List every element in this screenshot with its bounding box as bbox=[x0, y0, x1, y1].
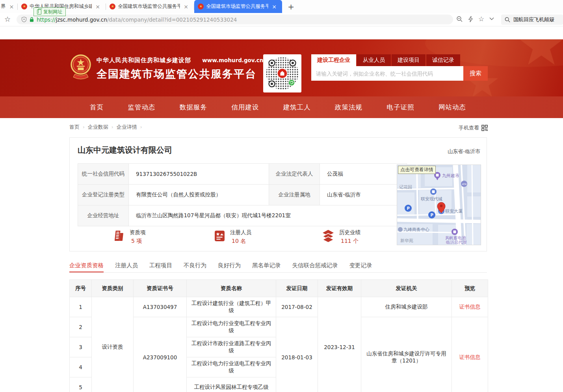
tab-projects[interactable]: 工程项目 bbox=[149, 262, 172, 272]
cert-number: A137030497 bbox=[134, 297, 187, 317]
stat-registered-personnel[interactable]: 注册人员 10 名 bbox=[213, 229, 251, 245]
nav-item-supervision[interactable]: 监管动态 bbox=[128, 103, 155, 112]
search-button[interactable]: 搜索 bbox=[463, 66, 488, 81]
svg-text:P: P bbox=[407, 206, 410, 211]
tab-label: 全国建筑市场监管公共服务平台 bbox=[206, 3, 268, 10]
site-header-banner: 中华人民共和国住房和城乡建设部 www.mohurd.gov.cn 全国建筑市场… bbox=[0, 39, 563, 96]
close-icon[interactable]: × bbox=[95, 4, 100, 9]
search-tab-project[interactable]: 建设项目 bbox=[392, 54, 426, 66]
mobile-view[interactable]: 手机查看 bbox=[459, 124, 488, 131]
breadcrumb-home[interactable]: 首页 bbox=[69, 124, 80, 131]
qualification-name: 工程设计电力行业变电工程专业丙级 bbox=[187, 317, 276, 337]
nav-item-home[interactable]: 首页 bbox=[90, 103, 104, 112]
bookmark-star-icon[interactable]: ☆ bbox=[4, 15, 11, 23]
row-index: 3 bbox=[70, 337, 92, 357]
certificate-book-icon bbox=[213, 229, 226, 242]
qr-code-icon[interactable] bbox=[481, 125, 488, 131]
map-image: 九州超市 ATM 记花园 联安现代城 P P 联安大厦 九峰商务中心 风帆蓄电池 bbox=[397, 165, 481, 245]
tab-blacklist[interactable]: 黑名单记录 bbox=[252, 262, 281, 272]
stat-value: 10 名 bbox=[230, 238, 251, 245]
map-label: 记花园 bbox=[399, 185, 412, 190]
page-url: https://jzsc.mohurd.gov.cn/data/company/… bbox=[37, 17, 237, 23]
keyword-search-input[interactable] bbox=[311, 66, 463, 81]
qualification-name: 工程设计市政行业道路工程专业丙级 bbox=[187, 337, 276, 357]
mobile-view-label: 手机查看 bbox=[459, 124, 479, 131]
url-path: /data/company/detail?id=0021052912405330… bbox=[107, 17, 237, 23]
nav-item-workers[interactable]: 建筑工人 bbox=[283, 103, 311, 112]
certificate-info-link[interactable]: 证书信息 bbox=[459, 303, 481, 310]
nav-item-credit[interactable]: 信用建设 bbox=[231, 103, 259, 112]
shield-plus-icon[interactable] bbox=[21, 17, 27, 22]
company-info-table: 统一社会信用代码 91371302675501022B 企业法定代表人 公茂福 … bbox=[78, 163, 407, 226]
qualification-name: 工程设计风景园林工程专项乙级 bbox=[187, 377, 276, 392]
search-tab-personnel[interactable]: 从业人员 bbox=[357, 54, 391, 66]
map-label: 九峰商务中心 bbox=[403, 227, 429, 232]
row-index: 2 bbox=[70, 317, 92, 337]
browser-tab-active[interactable]: ★ 全国建筑市场监管公共服务平台 × bbox=[194, 0, 282, 13]
nav-item-site-news[interactable]: 网站动态 bbox=[439, 103, 466, 112]
legal-rep-value: 公茂福 bbox=[320, 164, 407, 185]
chevron-right-icon: › bbox=[111, 124, 113, 130]
nav-item-data-service[interactable]: 数据服务 bbox=[180, 103, 207, 112]
site-brand: 中华人民共和国住房和城乡建设部 www.mohurd.gov.cn 全国建筑市场… bbox=[97, 57, 263, 81]
tab-good-behavior[interactable]: 良好行为 bbox=[218, 262, 241, 272]
row-index: 4 bbox=[70, 357, 92, 377]
header-search-tabs: 建设工程企业 从业人员 建设项目 诚信记录 bbox=[311, 54, 488, 66]
tab-change-record[interactable]: 变更记录 bbox=[349, 262, 372, 272]
breadcrumb-company-detail[interactable]: 企业详情 bbox=[117, 124, 137, 131]
new-tab-button[interactable]: + bbox=[288, 2, 294, 11]
chevron-down-icon[interactable] bbox=[489, 17, 494, 20]
address-value: 临沂市兰山区陶然路107号星河晶都（联安）现代城1号楼2201室 bbox=[129, 205, 407, 226]
nav-item-e-cert[interactable]: 电子证照 bbox=[387, 103, 414, 112]
tab-registered-personnel[interactable]: 注册人员 bbox=[115, 262, 138, 272]
close-icon[interactable]: × bbox=[184, 4, 188, 9]
flash-icon[interactable] bbox=[468, 16, 473, 22]
close-icon[interactable]: × bbox=[272, 4, 277, 9]
stat-history-performance[interactable]: 历史业绩 111 个 bbox=[321, 229, 360, 245]
tab-bad-behavior[interactable]: 不良行为 bbox=[184, 262, 206, 272]
map-label: 临沂总代理 bbox=[446, 240, 467, 244]
nav-item-policy[interactable]: 政策法规 bbox=[335, 103, 362, 112]
zoom-out-icon[interactable] bbox=[456, 16, 463, 22]
qualification-category: 设计资质 bbox=[92, 297, 134, 392]
reg-type-value: 有限责任公司（自然人投资或控股） bbox=[129, 185, 269, 205]
close-icon[interactable]: × bbox=[9, 4, 14, 9]
chevron-right-icon: › bbox=[140, 124, 142, 130]
issuing-authority: 山东省住房和城乡建设厅许可专用章（1201） bbox=[361, 317, 452, 392]
stat-qualifications[interactable]: 资质项 5 项 bbox=[112, 229, 146, 245]
header-search-row: 搜索 bbox=[311, 66, 488, 81]
ministry-url: www.mohurd.gov.cn bbox=[202, 57, 263, 63]
company-location-map[interactable]: 九州超市 ATM 记花园 联安现代城 P P 联安大厦 九峰商务中心 风帆蓄电池 bbox=[397, 165, 481, 245]
search-tab-enterprise[interactable]: 建设工程企业 bbox=[311, 54, 356, 66]
table-row: 1 设计资质 A137030497 工程设计建筑行业（建筑工程）甲级 2017-… bbox=[70, 297, 488, 317]
emblem-favicon-icon: ★ bbox=[198, 4, 204, 9]
search-icon bbox=[505, 17, 510, 22]
search-tab-credit[interactable]: 诚信记录 bbox=[426, 54, 460, 66]
url-field[interactable]: https://jzsc.mohurd.gov.cn/data/company/… bbox=[17, 15, 453, 24]
company-stats: 资质项 5 项 注册人员 10 名 bbox=[78, 229, 389, 248]
browser-tab-jzsc[interactable]: ★ 全国建筑市场监管公共服务平台 × bbox=[106, 0, 194, 13]
browser-quick-search[interactable]: 国航回应飞机颠簸 bbox=[501, 15, 563, 25]
quick-search-text: 国航回应飞机颠簸 bbox=[513, 16, 554, 23]
address-label: 企业经营地址 bbox=[78, 205, 129, 226]
table-row: 企业经营地址 临沂市兰山区陶然路107号星河晶都（联安）现代城1号楼2201室 bbox=[78, 205, 407, 226]
col-name: 资质名称 bbox=[187, 280, 276, 297]
credit-code-value: 91371302675501022B bbox=[129, 164, 269, 185]
issue-date: 2018-01-03 bbox=[276, 317, 318, 392]
emblem-favicon-icon: ★ bbox=[21, 4, 27, 9]
breadcrumb-company-data[interactable]: 企业数据 bbox=[88, 124, 108, 131]
stat-label: 资质项 bbox=[130, 229, 146, 236]
address-bar-actions: ☆ bbox=[456, 15, 494, 23]
building-icon bbox=[112, 229, 126, 242]
svg-text:P: P bbox=[431, 213, 433, 217]
certificate-info-link[interactable]: 证书信息 bbox=[459, 354, 481, 360]
favorite-star-icon[interactable]: ☆ bbox=[478, 15, 484, 23]
browser-tab-partial[interactable]: 界 × bbox=[0, 0, 17, 13]
col-index: 序号 bbox=[70, 280, 92, 297]
col-issue-date: 发证日期 bbox=[276, 280, 318, 297]
tab-qualifications[interactable]: 企业资质资格 bbox=[69, 262, 104, 272]
tab-dishonesty-record[interactable]: 失信联合惩戒记录 bbox=[292, 262, 338, 272]
cert-number: A237009100 bbox=[134, 317, 187, 392]
map-label: 新华苑 bbox=[400, 238, 413, 243]
secure-lock-icon bbox=[30, 17, 34, 22]
